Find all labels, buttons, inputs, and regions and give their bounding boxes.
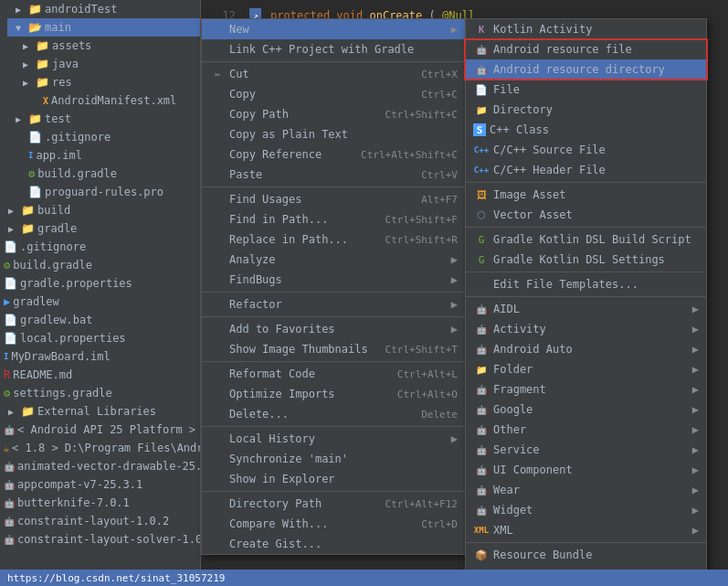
arrow-icon-new: ▶ [451,23,458,36]
folder-icon-7: ▶ [4,221,18,236]
tree-item-build[interactable]: ▶ 📁 build [0,201,200,219]
arrow-icon-findbugs: ▶ [451,273,458,286]
tree-item-localprops[interactable]: 📄 local.properties [0,329,200,347]
menu-item-findbugs[interactable]: FindBugs ▶ [202,270,465,290]
arrow-icon-xml: ▶ [692,524,699,537]
menu-item-fragment[interactable]: 🤖 Fragment ▶ [466,379,706,400]
tree-item-appiml[interactable]: I app.iml [7,146,200,165]
menu-item-addtofav[interactable]: Add to Favorites ▶ [202,319,465,339]
tree-item-gitignore1[interactable]: 📄 .gitignore [7,128,200,146]
tree-item-manifest[interactable]: X AndroidManifest.xml [22,91,200,110]
menu-item-findusages[interactable]: Find Usages Alt+F7 [202,189,465,209]
menu-item-uicomponent[interactable]: 🤖 UI Component ▶ [466,460,706,480]
menu-item-showexplorer[interactable]: Show in Explorer [202,469,465,489]
imagethumb-icon [209,342,226,357]
tree-item-constraintlayout[interactable]: 🤖 constraint-layout-1.0.2 [0,512,200,530]
arrow-icon-folder: ▶ [692,363,699,376]
menu-item-edit-file-templates[interactable]: Edit File Templates... [466,274,706,294]
menu-item-widget[interactable]: 🤖 Widget ▶ [466,500,706,520]
pro-icon [11,185,26,199]
menu-item-copyplain[interactable]: Copy as Plain Text [202,124,465,144]
tree-item-test[interactable]: ▶ 📁 test [7,110,200,128]
menu-item-imagethumb[interactable]: Show Image Thumbnails Ctrl+Shift+T [202,339,465,359]
tree-item-mydrawboard[interactable]: I MyDrawBoard.iml [0,347,200,366]
tree-item-gradlewbat[interactable]: 📄 gradlew.bat [0,311,200,329]
menu-item-directory[interactable]: 📁 Directory [466,100,706,120]
tree-item-java18[interactable]: ☕ < 1.8 > D:\Program Files\Android\A [0,439,200,457]
tree-item-settings[interactable]: ⚙ settings.gradle [0,384,200,402]
menu-item-gradle-kotlin-settings[interactable]: G Gradle Kotlin DSL Settings [466,250,706,270]
tree-item-buildgradle[interactable]: ⚙ build.gradle [7,165,200,183]
tree-item-gradle[interactable]: ▶ 📁 gradle [0,219,200,238]
menu-item-localhistory[interactable]: Local History ▶ [202,429,465,449]
reformat-icon [209,367,226,381]
menu-item-file[interactable]: 📄 File [466,80,706,100]
android-resource-file-icon: 🤖 [473,42,490,57]
tree-item-gitignore2[interactable]: 📄 .gitignore [0,238,200,256]
menu-item-linkcpp[interactable]: Link C++ Project with Gradle [202,39,465,59]
menu-item-copyref[interactable]: Copy Reference Ctrl+Alt+Shift+C [202,144,465,165]
tree-item-androidapi[interactable]: 🤖 < Android API 25 Platform > F:\And... [0,421,200,439]
file-tree[interactable]: ▶ 📁 androidTest ▼ 📂 main ▶ 📁 assets ▶ 📁 … [0,0,201,586]
menu-item-new[interactable]: New ▶ [202,19,465,39]
tree-item-animvector[interactable]: 🤖 animated-vector-drawable-25.3.1 [0,457,200,475]
menu-item-comparewith[interactable]: Compare With... Ctrl+D [202,514,465,534]
tree-item-appcompat[interactable]: 🤖 appcompat-v7-25.3.1 [0,475,200,494]
menu-item-paste[interactable]: Paste Ctrl+V [202,165,465,185]
menu-item-creategist[interactable]: Create Gist... [202,534,465,554]
menu-item-resource-bundle[interactable]: 📦 Resource Bundle [466,545,706,565]
menu-item-image-asset[interactable]: 🖼 Image Asset [466,185,706,205]
gradle-icon [11,166,26,181]
paste-icon [209,167,226,182]
menu-item-reformat[interactable]: Reformat Code Ctrl+Alt+L [202,364,465,384]
menu-item-delete[interactable]: Delete... Delete [202,404,465,424]
tree-item-proguard[interactable]: 📄 proguard-rules.pro [7,183,200,201]
menu-item-analyze[interactable]: Analyze ▶ [202,250,465,270]
vectorasset-icon: ⬡ [473,208,490,222]
tree-item-buildgradle2[interactable]: ⚙ build.gradle [0,256,200,274]
tree-item-extlibs[interactable]: ▶ 📁 External Libraries [0,402,200,421]
sync-icon [209,452,226,466]
tree-item-java[interactable]: ▶ 📁 java [15,55,200,73]
menu-item-folder[interactable]: 📁 Folder ▶ [466,359,706,379]
menu-item-cpp-class[interactable]: S C++ Class [466,120,706,140]
tree-item-constraintlayout2[interactable]: 🤖 constraint-layout-solver-1.0.2 [0,530,200,549]
menu-item-google[interactable]: 🤖 Google ▶ [466,400,706,420]
menu-item-kotlin-activity[interactable]: K Kotlin Activity [466,19,706,39]
delete-icon [209,407,226,421]
menu-item-refactor[interactable]: Refactor ▶ [202,294,465,314]
menu-item-copy[interactable]: Copy Ctrl+C [202,84,465,104]
menu-item-optimizeimports[interactable]: Optimize Imports Ctrl+Alt+O [202,384,465,404]
menu-item-cpp-source[interactable]: C++ C/C++ Source File [466,140,706,160]
menu-item-copypath[interactable]: Copy Path Ctrl+Shift+C [202,104,465,124]
resourcebundle-icon: 📦 [473,548,490,562]
tree-item-androidTest[interactable]: ▶ 📁 androidTest [7,0,200,18]
tree-item-gradleprops[interactable]: 📄 gradle.properties [0,274,200,293]
tree-item-butterknife[interactable]: 🤖 butterknife-7.0.1 [0,494,200,512]
menu-item-android-resource-file[interactable]: 🤖 Android resource file [466,39,706,59]
tree-item-readme[interactable]: R README.md [0,366,200,384]
menu-item-vector-asset[interactable]: ⬡ Vector Asset [466,205,706,225]
tree-item-main[interactable]: ▼ 📂 main [7,18,200,37]
menu-item-service[interactable]: 🤖 Service ▶ [466,440,706,460]
menu-item-android-resource-dir[interactable]: 🤖 Android resource directory [466,59,706,80]
tree-item-assets[interactable]: ▶ 📁 assets [15,37,200,55]
menu-item-xml[interactable]: XML XML ▶ [466,520,706,540]
menu-item-gradle-kotlin-build[interactable]: G Gradle Kotlin DSL Build Script [466,229,706,250]
google-icon: 🤖 [473,402,490,417]
menu-item-replaceinpath[interactable]: Replace in Path... Ctrl+Shift+R [202,229,465,250]
menu-item-cpp-header[interactable]: C++ C/C++ Header File [466,160,706,180]
menu-item-android-auto[interactable]: 🤖 Android Auto ▶ [466,339,706,359]
menu-item-aidl[interactable]: 🤖 AIDL ▶ [466,299,706,319]
menu-item-syncmain[interactable]: Synchronize 'main' [202,449,465,469]
menu-item-findinpath[interactable]: Find in Path... Ctrl+Shift+F [202,209,465,229]
menu-item-other[interactable]: 🤖 Other ▶ [466,420,706,440]
menu-item-wear[interactable]: 🤖 Wear ▶ [466,480,706,500]
menu-item-dirpath[interactable]: Directory Path Ctrl+Alt+F12 [202,494,465,514]
menu-item-cut[interactable]: ✂ Cut Ctrl+X [202,64,465,84]
copypath-icon [209,107,226,122]
menu-item-activity[interactable]: 🤖 Activity ▶ [466,319,706,339]
tree-item-res[interactable]: ▶ 📁 res [15,73,200,91]
tree-item-gradlew[interactable]: ▶ gradlew [0,293,200,311]
imageasset-icon: 🖼 [473,187,490,202]
